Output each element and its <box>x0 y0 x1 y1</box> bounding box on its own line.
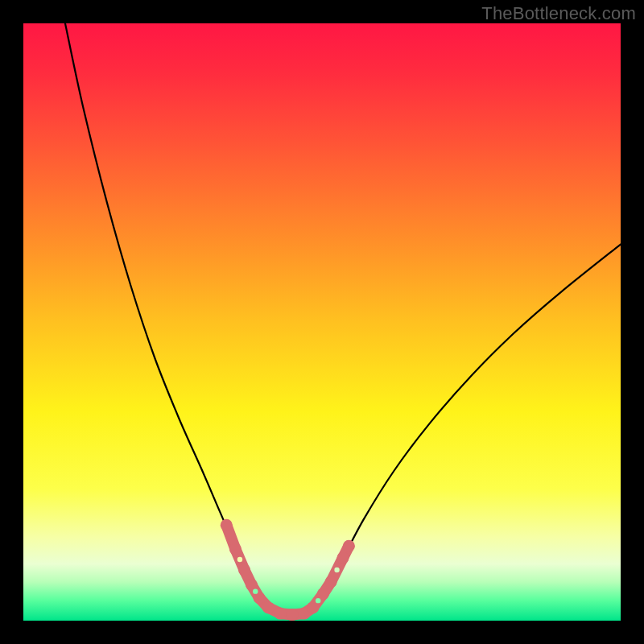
svg-point-20 <box>286 609 298 621</box>
svg-point-30 <box>334 568 339 572</box>
svg-point-24 <box>325 576 337 588</box>
svg-point-28 <box>253 588 258 593</box>
svg-point-23 <box>317 588 329 600</box>
svg-point-22 <box>307 601 319 613</box>
svg-point-14 <box>229 543 242 555</box>
chart-container: TheBottleneck.com <box>0 0 644 644</box>
svg-point-25 <box>336 552 349 564</box>
svg-point-27 <box>237 557 242 562</box>
svg-point-18 <box>262 601 275 613</box>
svg-point-15 <box>238 564 250 576</box>
plot-area <box>23 23 621 621</box>
svg-point-13 <box>221 519 233 531</box>
svg-point-29 <box>316 598 320 603</box>
gradient-background <box>23 23 621 621</box>
watermark-text: TheBottleneck.com <box>481 3 636 24</box>
svg-point-19 <box>275 608 287 620</box>
svg-point-26 <box>343 540 355 552</box>
chart-svg <box>23 23 621 621</box>
